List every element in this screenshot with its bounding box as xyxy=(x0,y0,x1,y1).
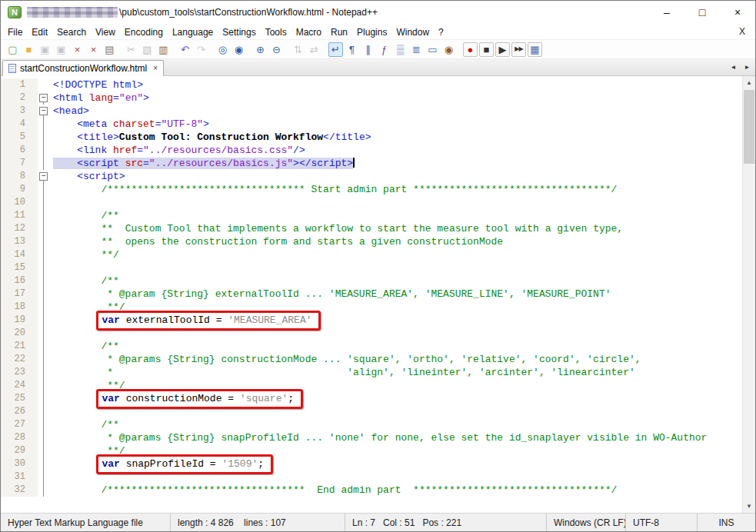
bookmark-margin xyxy=(32,484,38,497)
menu-window[interactable]: Window xyxy=(391,25,434,39)
fold-margin xyxy=(38,431,50,444)
window-title: \pub\custom_tools\startConstructionWorkf… xyxy=(27,7,378,18)
fold-margin xyxy=(38,209,50,222)
scrollbar-thumb[interactable] xyxy=(744,90,754,164)
macro-run-multiple-icon[interactable]: ▶▶ xyxy=(511,42,526,57)
code-segment: /********************************* Start… xyxy=(101,184,617,195)
function-list-icon[interactable]: ƒ xyxy=(377,42,391,57)
menu-help[interactable]: ? xyxy=(434,25,448,39)
line-number: 21 xyxy=(1,340,32,353)
menu-file[interactable]: File xyxy=(3,25,27,39)
red-highlight-box: var snapProfileId = '1509'; xyxy=(96,454,273,474)
eye-icon[interactable]: ◉ xyxy=(441,42,456,57)
bookmark-margin xyxy=(32,314,38,327)
menu-view[interactable]: View xyxy=(91,25,120,39)
code-segment: "UTF-8" xyxy=(161,118,203,130)
menu-language[interactable]: Language xyxy=(168,25,218,39)
code-segment xyxy=(53,249,101,261)
tab-scroll-right-icon[interactable]: ► xyxy=(742,62,752,73)
macro-play-icon[interactable]: ▶ xyxy=(495,42,510,57)
scroll-up-icon[interactable]: ▲ xyxy=(743,76,755,89)
print-icon[interactable]: ▤ xyxy=(102,42,117,57)
code-segment: <title> xyxy=(77,131,119,143)
tab-scroll-left-icon[interactable]: ◄ xyxy=(728,62,738,73)
code-segment xyxy=(53,484,101,496)
red-highlight-box: var constructionMode = 'square'; xyxy=(96,389,303,409)
word-wrap-icon[interactable]: ↵ xyxy=(328,42,343,57)
close-all-files-icon[interactable]: × xyxy=(86,42,101,57)
title-bar[interactable]: N \pub\custom_tools\startConstructionWor… xyxy=(1,1,755,24)
editor-text-area[interactable]: 1<!DOCTYPE html>2−<html lang="en">3−<hea… xyxy=(1,76,742,513)
fold-margin[interactable]: − xyxy=(38,91,50,105)
open-file-icon[interactable]: ■ xyxy=(22,42,36,57)
code-segment: * @param {String} externalToolId ... 'ME… xyxy=(107,288,611,300)
fold-guide-line xyxy=(43,418,44,431)
vertical-scrollbar[interactable]: ▲ ▼ xyxy=(742,76,755,513)
bookmark-margin xyxy=(32,235,38,248)
macro-record-icon[interactable]: ● xyxy=(463,42,478,57)
code-segment: /** xyxy=(101,275,118,287)
code-segment: <!DOCTYPE html> xyxy=(53,79,143,91)
code-segment xyxy=(53,184,101,195)
macro-stop-icon[interactable]: ■ xyxy=(479,42,494,57)
menu-settings[interactable]: Settings xyxy=(218,25,260,39)
macro-save-icon[interactable]: ▦ xyxy=(528,42,542,57)
fold-collapse-icon[interactable]: − xyxy=(39,172,48,181)
document-map-icon[interactable]: ▒ xyxy=(393,42,408,57)
undo-icon[interactable]: ↶ xyxy=(178,42,192,57)
code-segment: <head> xyxy=(53,105,89,117)
line-number: 27 xyxy=(1,418,32,431)
fold-margin xyxy=(38,314,50,327)
paste-icon[interactable]: ▥ xyxy=(156,42,171,57)
menu-edit[interactable]: Edit xyxy=(27,25,52,39)
line-number: 2 xyxy=(1,91,32,105)
line-number: 24 xyxy=(1,379,32,392)
status-eol-format[interactable]: Windows (CR LF) xyxy=(547,514,626,531)
fold-guide-line xyxy=(43,366,44,379)
scroll-down-icon[interactable]: ▼ xyxy=(743,500,755,513)
zoom-in-icon[interactable]: ⊕ xyxy=(253,42,268,57)
document-list-icon[interactable]: ≣ xyxy=(409,42,424,57)
fold-margin[interactable]: − xyxy=(38,170,50,183)
minimize-button[interactable]: – xyxy=(649,1,684,24)
code-text: <!DOCTYPE html> xyxy=(50,78,143,91)
line-number: 7 xyxy=(1,157,32,170)
fold-guide-line xyxy=(43,288,44,301)
fold-collapse-icon[interactable]: − xyxy=(39,94,48,102)
code-segment: /** xyxy=(101,341,118,352)
menu-plugins[interactable]: Plugins xyxy=(352,25,391,39)
tab-document[interactable]: startConstructionWorkflow.html× xyxy=(2,60,164,76)
close-button[interactable]: × xyxy=(720,1,755,24)
line-number: 31 xyxy=(1,470,32,484)
bookmark-margin xyxy=(32,301,38,314)
fold-collapse-icon[interactable]: − xyxy=(39,107,48,115)
close-file-icon[interactable]: × xyxy=(70,42,85,57)
line-number: 6 xyxy=(1,144,32,157)
fold-margin xyxy=(38,183,50,196)
code-segment xyxy=(53,393,101,404)
status-insert-mode[interactable]: INS xyxy=(698,514,755,531)
fold-margin[interactable]: − xyxy=(38,105,50,118)
menubar-close-icon[interactable]: X xyxy=(739,26,755,37)
show-indent-guide-icon[interactable]: ∥ xyxy=(361,42,375,57)
fold-margin xyxy=(38,366,50,379)
code-segment: > xyxy=(143,92,149,104)
monitor-icon[interactable]: ▭ xyxy=(425,42,440,57)
maximize-button[interactable]: □ xyxy=(684,1,720,24)
status-encoding[interactable]: UTF-8 xyxy=(626,514,698,531)
find-icon[interactable]: ◎ xyxy=(215,42,230,57)
replace-icon[interactable]: ◉ xyxy=(231,42,246,57)
menu-search[interactable]: Search xyxy=(52,25,91,39)
fold-guide-line xyxy=(43,379,44,392)
code-segment: externalToolId = xyxy=(120,314,228,326)
tab-close-icon[interactable]: × xyxy=(153,64,158,72)
zoom-out-icon[interactable]: ⊖ xyxy=(269,42,284,57)
new-file-icon[interactable]: ▢ xyxy=(5,42,20,57)
menu-tools[interactable]: Tools xyxy=(261,25,291,39)
menu-macro[interactable]: Macro xyxy=(291,25,326,39)
sync-vertical-scroll-icon: ⇅ xyxy=(291,42,305,57)
code-segment: * @params {String} constructionMode ... … xyxy=(107,354,641,365)
menu-run[interactable]: Run xyxy=(326,25,352,39)
menu-encoding[interactable]: Encoding xyxy=(120,25,168,39)
show-all-characters-icon[interactable]: ¶ xyxy=(345,42,359,57)
